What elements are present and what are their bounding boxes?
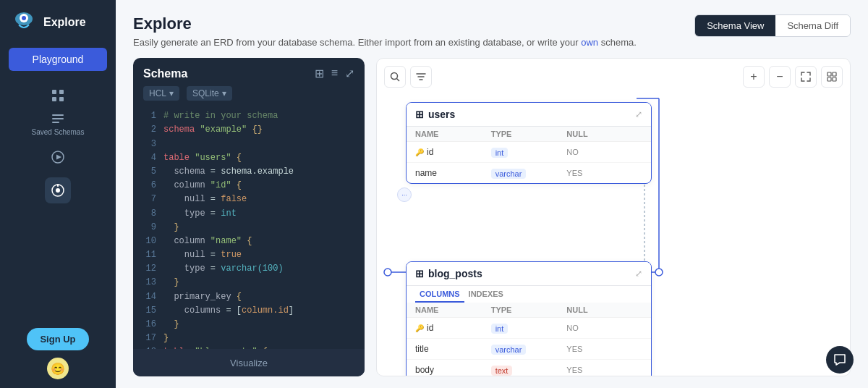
blog-posts-table-header: ⊞ blog_posts ⤢ [407,262,651,286]
search-button[interactable] [384,66,406,88]
table-row: 🔑 id int NO [407,318,651,339]
grid-icon [51,89,64,102]
svg-point-19 [384,269,391,276]
primary-key-icon: 🔑 [415,148,424,156]
col-name-name: name [415,168,491,178]
page-header: Explore Easily generate an ERD from your… [133,14,851,49]
code-line: 16 } [143,318,354,332]
db-chevron: ▾ [222,88,226,98]
schema-panel: Schema ⊞ ≡ ⤢ HCL ▾ SQLite ▾ 1# write in [133,58,365,376]
sign-up-button[interactable]: Sign Up [27,328,88,350]
users-name-header: Name [415,130,491,138]
users-null-header: Null [566,130,642,138]
bp-col-body-type: text [491,363,567,376]
zoom-out-button[interactable]: − [769,66,791,88]
db-selector[interactable]: SQLite ▾ [187,86,232,101]
lang-label: HCL [149,88,166,98]
playground-button[interactable]: Playground [9,48,107,71]
sidebar-bottom: Sign Up 😊 [18,319,97,388]
bp-null-header: Null [566,305,642,314]
sidebar-brand-label: Explore [43,16,86,29]
table-row: name varchar YES [407,163,651,183]
col-id-type: int [491,146,567,159]
bp-col-id-name: 🔑 id [415,323,491,333]
schema-toolbar: HCL ▾ SQLite ▾ [133,86,365,106]
primary-key-icon-2: 🔑 [415,324,424,332]
resize-icon-2[interactable]: ⤢ [635,269,642,279]
tab-columns[interactable]: COLUMNS [415,286,464,303]
col-id-null: NO [566,148,642,156]
schema-format-icon[interactable]: ≡ [331,67,338,80]
filter-button[interactable] [410,66,432,88]
svg-point-13 [56,188,60,193]
blog-posts-table-tabs: COLUMNS INDEXES [407,286,651,303]
chat-button[interactable] [826,346,854,374]
db-label: SQLite [192,88,219,98]
svg-rect-25 [833,77,836,81]
language-selector[interactable]: HCL ▾ [143,86,179,101]
users-table-card: ⊞ users ⤢ Name Type Null 🔑 id [406,102,652,184]
code-line: 7 null = false [143,193,354,206]
col-name-null: YES [566,169,642,177]
svg-rect-8 [52,118,64,119]
visualize-button[interactable]: Visualize [230,358,268,368]
sidebar-nav: Saved Schemas [0,83,116,319]
code-line: 4table "users" { [143,151,354,165]
svg-rect-14 [57,184,59,187]
bp-col-body-name: body [415,365,491,375]
bp-col-title-type: varchar [491,342,567,355]
schema-diff-button[interactable]: Schema Diff [775,15,850,36]
users-table-header: ⊞ users ⤢ [407,103,651,127]
svg-rect-6 [59,97,64,101]
svg-point-2 [22,16,26,20]
resize-icon[interactable]: ⤢ [635,109,642,119]
zoom-fit-button[interactable] [795,66,817,88]
list-icon [51,113,64,126]
erd-canvas: ⊞ users ⤢ Name Type Null 🔑 id [391,95,835,361]
schema-copy-icon[interactable]: ⊞ [315,67,324,80]
search-icon [390,72,400,82]
chat-icon [833,353,846,366]
sidebar-item-active[interactable] [45,177,71,203]
bp-col-body-null: YES [566,366,642,374]
fit-icon [801,72,811,82]
code-line: 13 } [143,276,354,290]
blog-posts-table-name: ⊞ blog_posts [415,268,482,279]
sidebar: Explore Playground Saved Schemas [0,0,116,388]
svg-rect-5 [52,97,56,101]
code-editor[interactable]: 1# write in your schema 2schema "example… [133,106,365,349]
bp-col-id-null: NO [566,324,642,332]
grid-toggle-button[interactable] [821,66,843,88]
filter-icon [416,72,426,82]
code-line: 3 [143,138,354,151]
bp-col-id-type: int [491,321,567,334]
bp-col-title-name: title [415,344,491,354]
table-row: 🔑 id int NO [407,142,651,163]
code-line: 11 null = true [143,248,354,262]
svg-line-21 [397,79,400,82]
code-line: 17} [143,332,354,345]
svg-rect-24 [827,77,831,81]
sidebar-item-play[interactable] [45,144,71,170]
page-title: Explore [133,14,637,33]
svg-rect-3 [52,90,56,94]
view-toggle: Schema View Schema Diff [694,14,851,37]
schema-expand-icon[interactable]: ⤢ [345,67,354,80]
schema-header-icons: ⊞ ≡ ⤢ [315,67,354,80]
own-link[interactable]: own [581,37,598,48]
zoom-in-button[interactable]: + [743,66,765,88]
sidebar-item-grid[interactable] [45,83,71,109]
schema-header: Schema ⊞ ≡ ⤢ [133,58,365,86]
schema-view-button[interactable]: Schema View [695,15,775,36]
page-subtitle: Easily generate an ERD from your databas… [133,36,637,49]
users-col-headers: Name Type Null [407,127,651,142]
bp-name-header: Name [415,305,491,314]
table-grid-icon-2: ⊞ [415,268,424,279]
sidebar-item-saved-schemas[interactable]: Saved Schemas [32,113,85,137]
users-table-name: ⊞ users [415,109,455,120]
table-row: body text YES [407,360,651,376]
schema-footer: Visualize [133,349,365,376]
avatar[interactable]: 😊 [47,358,69,379]
tab-indexes[interactable]: INDEXES [464,286,508,303]
svg-rect-23 [833,72,836,76]
